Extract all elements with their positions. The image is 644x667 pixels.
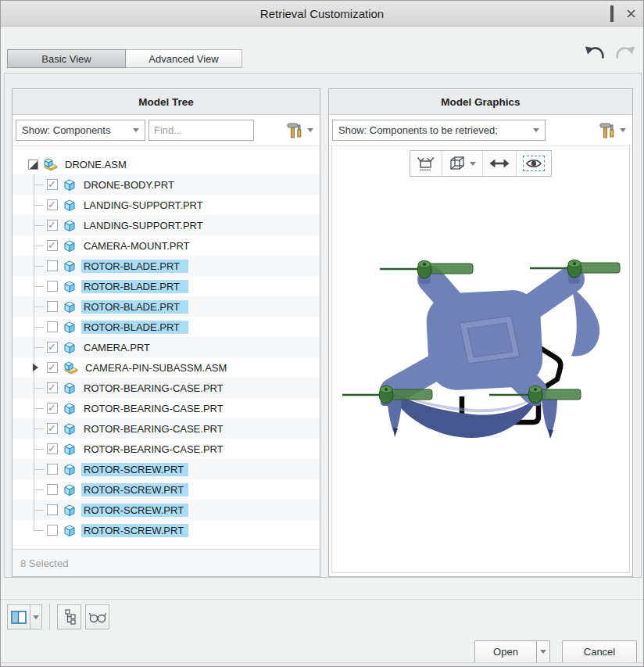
tree-row[interactable]: ROTOR-BLADE.PRT — [13, 256, 320, 276]
tree-item-label[interactable]: ROTOR-SCREW.PRT — [81, 463, 188, 476]
tree-item-label[interactable]: ROTOR-BLADE.PRT — [81, 260, 188, 273]
retrieve-checkbox[interactable] — [47, 464, 58, 475]
tree-item-label[interactable]: CAMERA-PIN-SUBASSM.ASM — [83, 361, 229, 375]
retrieve-checkbox[interactable] — [47, 321, 58, 332]
tree-item-label[interactable]: ROTOR-SCREW.PRT — [81, 504, 188, 517]
close-icon[interactable] — [627, 9, 635, 18]
retrieve-checkbox[interactable] — [47, 443, 58, 454]
tree-row[interactable]: ROTOR-BEARING-CASE.PRT — [13, 398, 320, 418]
tree-show-filter-dropdown[interactable]: Show: Components — [16, 120, 145, 141]
tree-item-label[interactable]: CAMERA.PRT — [81, 341, 152, 354]
preview-eye-icon — [525, 157, 542, 170]
tree-connector — [28, 378, 47, 398]
open-dropdown-button[interactable] — [536, 640, 550, 663]
tree-row[interactable]: LANDING-SUPPORT.PRT — [13, 195, 320, 215]
tab-basic-view[interactable]: Basic View — [7, 49, 126, 68]
model-graphics-toolbar: Show: Components to be retrieved; — [329, 115, 632, 146]
model-tree-panel: Model Tree Show: Components — [12, 88, 320, 577]
tree-row[interactable]: DRONE-BODY.PRT — [13, 174, 320, 195]
assembly-icon — [42, 157, 58, 171]
part-icon — [63, 178, 77, 192]
retrieve-checkbox[interactable] — [47, 220, 58, 231]
retrieve-checkbox[interactable] — [47, 484, 58, 495]
tree-row[interactable]: ROTOR-BEARING-CASE.PRT — [13, 418, 320, 439]
tree-item-label[interactable]: ROTOR-SCREW.PRT — [81, 483, 188, 497]
tree-item-label[interactable]: CAMERA-MOUNT.PRT — [81, 239, 192, 253]
maximize-icon[interactable] — [610, 7, 614, 21]
retrieve-checkbox[interactable] — [47, 342, 58, 353]
tree-item-label[interactable]: DRONE-BODY.PRT — [81, 178, 177, 192]
tree-row[interactable]: CAMERA-PIN-SUBASSM.ASM — [13, 357, 320, 378]
dialog-footer: Open Cancel — [474, 640, 637, 663]
find-input[interactable] — [148, 120, 254, 141]
retrieve-checkbox[interactable] — [47, 403, 58, 414]
hammer-tools-icon — [599, 122, 616, 139]
preview-glasses-button[interactable] — [85, 604, 109, 629]
retrieve-checkbox[interactable] — [47, 362, 58, 373]
tree-item-label[interactable]: ROTOR-BLADE.PRT — [81, 300, 188, 314]
tree-row[interactable]: ROTOR-BEARING-CASE.PRT — [13, 439, 320, 459]
cancel-button[interactable]: Cancel — [562, 640, 637, 663]
open-button-label: Open — [493, 646, 518, 658]
graphics-show-filter-dropdown[interactable]: Show: Components to be retrieved; — [332, 120, 546, 141]
tree-row[interactable]: ROTOR-BLADE.PRT — [13, 296, 320, 317]
retrieve-checkbox[interactable] — [47, 504, 58, 515]
component-tree-button[interactable] — [57, 604, 81, 629]
retrieve-checkbox[interactable] — [47, 382, 58, 393]
open-button[interactable]: Open — [474, 640, 537, 663]
tree-row[interactable]: DRONE.ASM — [13, 154, 320, 174]
tree-connector — [28, 439, 47, 459]
tree-item-label[interactable]: ROTOR-BEARING-CASE.PRT — [81, 443, 226, 456]
tree-row[interactable]: ROTOR-SCREW.PRT — [13, 459, 320, 479]
tree-row[interactable]: ROTOR-BEARING-CASE.PRT — [13, 378, 320, 398]
tree-item-label[interactable]: ROTOR-SCREW.PRT — [81, 524, 188, 537]
tree-item-label[interactable]: ROTOR-BLADE.PRT — [81, 321, 188, 334]
part-icon — [63, 422, 77, 436]
part-icon — [63, 321, 77, 334]
retrieve-checkbox[interactable] — [47, 179, 58, 190]
tree-row[interactable]: ROTOR-SCREW.PRT — [13, 479, 320, 500]
tree-row[interactable]: ROTOR-BLADE.PRT — [13, 317, 320, 337]
tree-item-label[interactable]: LANDING-SUPPORT.PRT — [81, 219, 206, 232]
split-pane-dropdown[interactable] — [30, 604, 42, 629]
retrieve-checkbox[interactable] — [47, 525, 58, 536]
tree-item-label[interactable]: DRONE.ASM — [63, 158, 129, 171]
drone-body-graphic — [381, 271, 599, 439]
part-icon — [63, 219, 77, 232]
graphics-settings-button[interactable] — [596, 120, 629, 141]
tree-connector — [28, 337, 47, 357]
chevron-down-icon[interactable] — [470, 162, 476, 166]
tree-settings-button[interactable] — [284, 120, 317, 141]
undo-icon[interactable] — [582, 43, 606, 63]
tree-row[interactable]: CAMERA-MOUNT.PRT — [13, 235, 320, 256]
selection-status: 8 Selected — [13, 549, 320, 576]
retrieve-checkbox[interactable] — [47, 423, 58, 434]
tree-row[interactable]: ROTOR-SCREW.PRT — [13, 500, 320, 520]
retrieve-checkbox[interactable] — [47, 281, 58, 292]
tree-row[interactable]: LANDING-SUPPORT.PRT — [13, 215, 320, 235]
split-pane-button[interactable] — [7, 604, 30, 629]
tab-advanced-view[interactable]: Advanced View — [125, 49, 242, 68]
tree-row[interactable]: ROTOR-BLADE.PRT — [13, 276, 320, 296]
tree-row[interactable]: ROTOR-SCREW.PRT — [13, 520, 320, 540]
tree-item-label[interactable]: ROTOR-BEARING-CASE.PRT — [81, 422, 226, 436]
model-graphics-panel: Model Graphics Show: Components to be re… — [328, 88, 633, 577]
tree-item-label[interactable]: ROTOR-BEARING-CASE.PRT — [81, 402, 226, 415]
graphics-viewport[interactable] — [331, 146, 630, 573]
part-icon — [63, 524, 77, 537]
expander-icon[interactable] — [28, 160, 38, 170]
tree-connector — [28, 256, 47, 276]
model-tree-title: Model Tree — [13, 89, 320, 115]
tree-row[interactable]: CAMERA.PRT — [13, 337, 320, 357]
retrieve-checkbox[interactable] — [47, 301, 58, 312]
tree-rows: DRONE.ASMDRONE-BODY.PRTLANDING-SUPPORT.P… — [13, 146, 320, 549]
redo-icon — [614, 43, 637, 63]
expand-arrow-icon[interactable] — [33, 364, 38, 371]
retrieve-checkbox[interactable] — [47, 240, 58, 251]
tree-item-label[interactable]: ROTOR-BEARING-CASE.PRT — [81, 382, 226, 395]
tree-connector — [28, 276, 47, 296]
tree-item-label[interactable]: LANDING-SUPPORT.PRT — [81, 199, 206, 212]
retrieve-checkbox[interactable] — [47, 260, 58, 271]
tree-item-label[interactable]: ROTOR-BLADE.PRT — [81, 280, 188, 293]
retrieve-checkbox[interactable] — [47, 199, 58, 210]
